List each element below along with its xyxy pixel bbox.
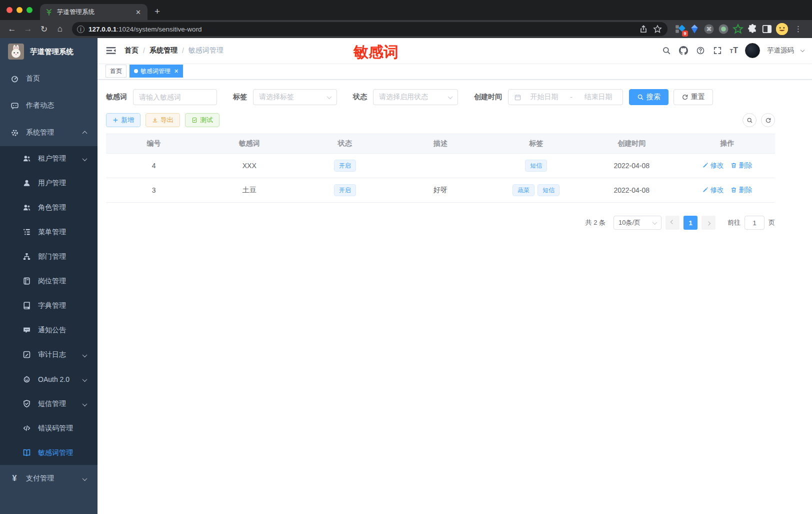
search-button[interactable]: 搜索	[629, 89, 668, 105]
reload-button[interactable]: ↻	[37, 22, 51, 36]
chevron-up-icon	[83, 129, 86, 137]
reset-button[interactable]: 重置	[674, 89, 713, 105]
sidebar-item-role-mgmt[interactable]: 角色管理	[0, 195, 98, 220]
view-tag[interactable]: 敏感词管理✕	[130, 65, 183, 78]
extension-green-star-icon[interactable]	[732, 24, 744, 35]
sidebar-item-label: 岗位管理	[38, 277, 98, 286]
prev-page-button[interactable]	[666, 216, 680, 230]
page-content: 敏感词 标签 请选择标签 状态	[98, 80, 812, 514]
keyword-input[interactable]	[133, 89, 217, 105]
user-avatar[interactable]	[745, 43, 760, 58]
test-button[interactable]: 测试	[185, 113, 220, 127]
keyword-input-field[interactable]	[139, 93, 211, 101]
sidebar-item-author-news[interactable]: 作者动态	[0, 92, 98, 119]
github-icon[interactable]	[678, 46, 688, 56]
open-book-icon	[22, 448, 31, 457]
app-shell: 芋道管理系统 首页作者动态系统管理租户管理用户管理角色管理菜单管理部门管理岗位管…	[0, 38, 812, 514]
breadcrumb: 首页/系统管理/敏感词管理	[124, 46, 224, 55]
code-icon	[22, 424, 31, 433]
app-logo-row[interactable]: 芋道管理系统	[0, 38, 98, 65]
add-button[interactable]: 新增	[106, 113, 140, 127]
sidebar-item-error-code-mgmt[interactable]: 错误码管理	[0, 416, 98, 440]
sidebar-item-dict-mgmt[interactable]: 字典管理	[0, 293, 98, 318]
share-icon[interactable]	[638, 24, 648, 34]
chevron-down-icon	[83, 400, 86, 408]
cell-tags: 蔬菜短信	[488, 178, 584, 203]
font-size-icon[interactable]: TT	[730, 46, 738, 55]
sidebar-item-sensitive-word[interactable]: 敏感词管理	[0, 440, 98, 465]
sidebar-item-dept-mgmt[interactable]: 部门管理	[0, 244, 98, 269]
sidebar-item-label: 首页	[26, 74, 98, 83]
goto-page-input[interactable]	[744, 216, 764, 230]
shield-check-icon	[22, 399, 31, 408]
column-header: 状态	[297, 134, 392, 154]
sidebar-item-notice[interactable]: 通知公告	[0, 318, 98, 342]
user-icon	[22, 179, 31, 188]
chevron-down-icon[interactable]	[800, 48, 804, 52]
breadcrumb-item[interactable]: 首页	[124, 46, 138, 55]
filter-tag: 标签 请选择标签	[233, 89, 337, 105]
next-page-button[interactable]	[702, 216, 716, 230]
delete-link[interactable]: 删除	[730, 186, 752, 195]
tag-close-icon[interactable]: ✕	[174, 68, 178, 75]
extension-gem-icon[interactable]	[689, 24, 700, 35]
page-number-button[interactable]: 1	[684, 216, 698, 230]
edit-link[interactable]: 修改	[702, 186, 724, 195]
sidebar-item-payment-mgmt[interactable]: ¥支付管理	[0, 465, 98, 492]
sidebar-item-tenant-mgmt[interactable]: 租户管理	[0, 146, 98, 171]
delete-link[interactable]: 删除	[730, 161, 752, 170]
sidebar-item-label: 通知公告	[38, 326, 98, 335]
help-icon[interactable]	[696, 46, 706, 56]
filter-status: 状态 请选择启用状态	[353, 89, 458, 105]
sidebar-item-label: 用户管理	[38, 179, 98, 188]
sidebar-item-user-mgmt[interactable]: 用户管理	[0, 171, 98, 195]
status-select[interactable]: 请选择启用状态	[373, 89, 458, 105]
sidebar-item-audit-log[interactable]: 审计日志	[0, 342, 98, 367]
sidebar-item-post-mgmt[interactable]: 岗位管理	[0, 269, 98, 293]
sidebar-item-sms-mgmt[interactable]: 短信管理	[0, 391, 98, 416]
tag-select[interactable]: 请选择标签	[253, 89, 337, 105]
main-area: 首页/系统管理/敏感词管理 敏感词 TT	[98, 38, 812, 514]
view-tag[interactable]: 首页	[106, 65, 126, 78]
back-button[interactable]: ←	[5, 22, 19, 36]
extension-record-icon[interactable]	[718, 24, 729, 35]
forward-button[interactable]: →	[21, 22, 35, 36]
export-button[interactable]: 导出	[146, 113, 180, 127]
fullscreen-icon[interactable]	[712, 46, 722, 56]
search-icon[interactable]	[662, 46, 672, 56]
close-window-button[interactable]	[6, 7, 12, 13]
cell-word: 土豆	[202, 178, 297, 203]
minimize-window-button[interactable]	[16, 7, 22, 13]
date-range-picker[interactable]: 开始日期 - 结束日期	[508, 89, 623, 105]
search-circle-button[interactable]	[742, 113, 756, 127]
sidebar-item-menu-mgmt[interactable]: 菜单管理	[0, 220, 98, 244]
tab-close-icon[interactable]: ✕	[134, 9, 142, 16]
extensions-puzzle-icon[interactable]	[747, 24, 758, 35]
column-header: 敏感词	[202, 134, 297, 154]
new-tab-button[interactable]: +	[154, 6, 160, 17]
zoom-window-button[interactable]	[26, 7, 32, 13]
browser-menu-icon[interactable]: ⋮	[792, 25, 805, 34]
url-bar[interactable]: i 127.0.0.1:1024/system/sensitive-word	[72, 22, 668, 36]
sidebar-item-system-mgmt[interactable]: 系统管理	[0, 119, 98, 146]
edit-link[interactable]: 修改	[702, 161, 724, 170]
user-name[interactable]: 芋道源码	[767, 46, 794, 55]
bookmark-star-icon[interactable]	[652, 24, 662, 34]
home-button[interactable]: ⌂	[53, 22, 67, 36]
side-panel-icon[interactable]	[762, 24, 772, 35]
browser-tab[interactable]: 芋道管理系统 ✕	[40, 4, 148, 20]
info-icon[interactable]: i	[77, 26, 84, 33]
breadcrumb-item[interactable]: 系统管理	[150, 46, 178, 55]
org-icon	[22, 252, 31, 261]
dashboard-icon	[10, 74, 19, 83]
traffic-lights	[6, 7, 32, 13]
refresh-circle-button[interactable]	[761, 113, 775, 127]
profile-avatar[interactable]	[776, 23, 788, 35]
sidebar-item-home[interactable]: 首页	[0, 65, 98, 92]
column-header: 编号	[106, 134, 202, 154]
sidebar-item-oauth[interactable]: OAuth 2.0	[0, 367, 98, 391]
hamburger-fold-icon[interactable]	[106, 45, 116, 56]
extension-command-icon[interactable]: ⌘	[704, 24, 714, 35]
page-size-select[interactable]: 10条/页	[614, 216, 662, 230]
extension-pinned-icon[interactable]: 9	[674, 24, 686, 35]
